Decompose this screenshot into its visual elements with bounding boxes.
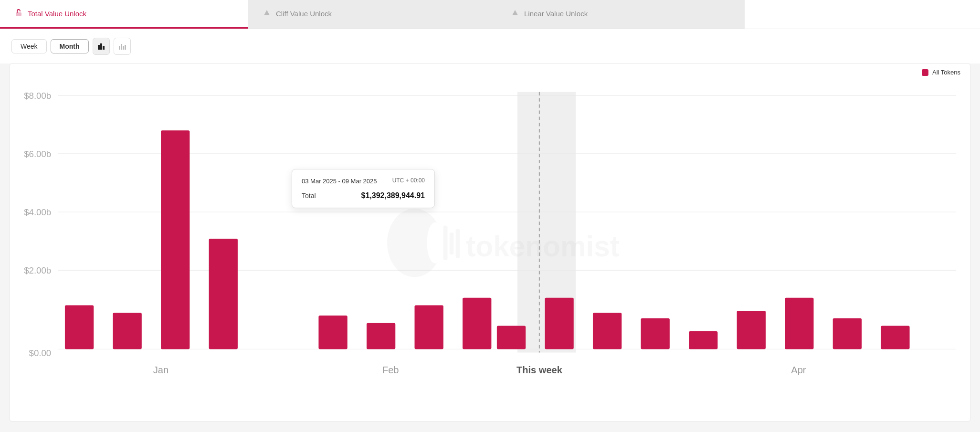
svg-marker-2 [512,10,518,15]
svg-rect-40 [833,318,862,349]
svg-rect-8 [123,46,124,50]
svg-text:This week: This week [516,365,563,375]
svg-rect-29 [414,305,443,349]
svg-rect-30 [463,298,491,349]
svg-rect-9 [125,45,126,50]
bar-chart-button[interactable] [93,38,110,55]
svg-text:$2.00b: $2.00b [24,265,51,275]
svg-marker-1 [264,10,270,15]
svg-rect-5 [103,46,105,50]
month-button[interactable]: Month [51,39,89,53]
linear-icon [511,9,519,19]
tab-total-value-unlock[interactable]: Total Value Unlock [0,0,248,29]
svg-text:Feb: Feb [382,365,399,375]
grouped-chart-button[interactable] [114,38,131,55]
svg-rect-41 [881,326,909,349]
svg-rect-46 [450,232,454,254]
tab-cliff-value-unlock[interactable]: Cliff Value Unlock [248,0,496,29]
svg-rect-25 [209,239,238,349]
svg-rect-3 [98,45,100,50]
chart-legend: All Tokens [922,69,960,76]
svg-rect-37 [689,331,717,349]
tab-total-label: Total Value Unlock [28,10,86,18]
svg-text:$0.00: $0.00 [29,348,52,358]
tabs-bar: Total Value Unlock Cliff Value Unlock Li… [0,0,980,29]
svg-rect-0 [16,12,21,16]
tab-linear-value-unlock[interactable]: Linear Value Unlock [496,0,745,29]
legend-dot [922,69,928,76]
chart-tooltip: 03 Mar 2025 - 09 Mar 2025 UTC + 00:00 To… [292,169,435,208]
svg-text:$4.00b: $4.00b [24,207,51,217]
svg-rect-39 [785,298,813,349]
svg-text:$6.00b: $6.00b [24,149,51,159]
svg-text:Jan: Jan [153,365,169,375]
chart-area: All Tokens $8.00b $6.00b $4.00b $2.00b $… [10,63,970,421]
svg-text:Apr: Apr [791,365,806,375]
svg-point-44 [427,222,443,263]
tooltip-value: $1,392,389,944.91 [361,191,425,200]
unlock-icon [14,9,23,19]
svg-text:tokenomist: tokenomist [466,230,620,263]
svg-rect-7 [121,44,122,50]
svg-rect-34 [593,313,622,349]
week-button[interactable]: Week [11,39,47,53]
svg-rect-28 [367,323,395,349]
svg-rect-6 [119,46,120,50]
controls-bar: Week Month [0,29,980,63]
svg-rect-35 [641,318,670,349]
svg-text:$8.00b: $8.00b [24,91,51,101]
svg-rect-38 [737,311,766,349]
tooltip-label: Total [302,192,316,200]
svg-rect-23 [113,313,141,349]
tooltip-utc: UTC + 00:00 [392,177,425,184]
svg-rect-45 [443,226,448,260]
tooltip-header: 03 Mar 2025 - 09 Mar 2025 UTC + 00:00 [302,177,425,186]
tooltip-total-row: Total $1,392,389,944.91 [302,191,425,200]
tab-cliff-label: Cliff Value Unlock [276,10,332,18]
tooltip-date: 03 Mar 2025 - 09 Mar 2025 [302,177,377,186]
svg-rect-33 [545,298,573,349]
bar-chart-svg: $8.00b $6.00b $4.00b $2.00b $0.00 Jan [10,78,970,421]
svg-rect-24 [161,130,190,349]
tab-linear-label: Linear Value Unlock [524,10,588,18]
cliff-icon [263,9,271,19]
svg-rect-32 [497,326,526,349]
svg-rect-22 [65,305,94,349]
svg-rect-47 [456,229,460,258]
svg-rect-27 [318,316,347,349]
svg-rect-4 [100,43,102,50]
legend-label: All Tokens [932,69,960,76]
